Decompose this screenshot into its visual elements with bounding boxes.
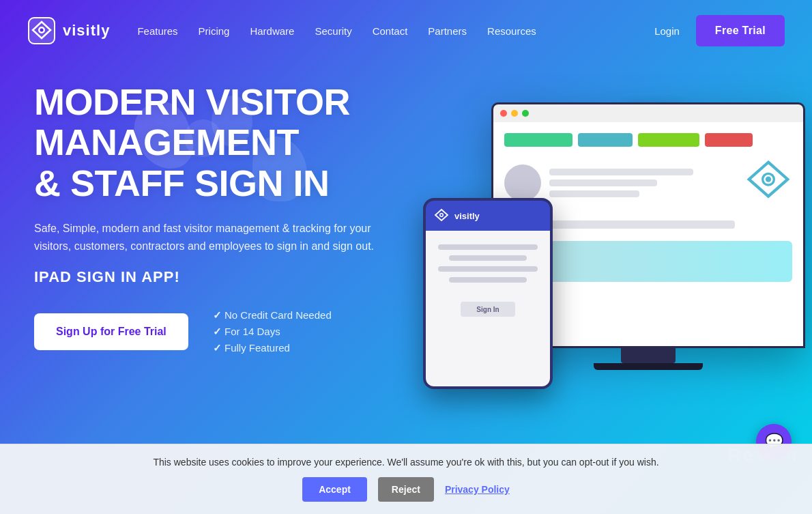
free-trial-button[interactable]: Free Trial bbox=[696, 15, 785, 46]
tablet-signin-label: Sign In bbox=[476, 306, 499, 313]
monitor-bar-teal bbox=[578, 133, 633, 147]
checklist: ✓ No Credit Card Needed ✓ For 14 Days ✓ … bbox=[213, 309, 332, 354]
monitor-bar-lime bbox=[638, 133, 699, 147]
checklist-item-2: ✓ For 14 Days bbox=[213, 326, 332, 338]
cookie-text: This website uses cookies to improve you… bbox=[153, 457, 658, 468]
tablet-logo-text: visitly bbox=[454, 211, 480, 221]
nav-features[interactable]: Features bbox=[137, 25, 177, 37]
tablet-line-1 bbox=[438, 244, 538, 250]
privacy-policy-link[interactable]: Privacy Policy bbox=[445, 484, 510, 495]
check-icon-3: ✓ bbox=[213, 342, 224, 354]
monitor-line-1 bbox=[549, 169, 693, 175]
titlebar-dot-red bbox=[500, 110, 507, 117]
tablet-mockup: visitly Sign In bbox=[423, 198, 553, 389]
signup-button[interactable]: Sign Up for Free Trial bbox=[34, 313, 188, 350]
tablet-line-3 bbox=[438, 266, 538, 272]
nav-hardware[interactable]: Hardware bbox=[250, 25, 294, 37]
hero-section: visitly Features Pricing Hardware Securi… bbox=[0, 0, 812, 514]
login-link[interactable]: Login bbox=[654, 25, 680, 37]
cookie-accept-button[interactable]: Accept bbox=[302, 477, 367, 502]
nav-pricing[interactable]: Pricing bbox=[199, 25, 230, 37]
hero-title-line2: & STAFF SIGN IN bbox=[34, 162, 330, 203]
checklist-text-2: For 14 Days bbox=[224, 326, 280, 337]
monitor-visitly-logo bbox=[744, 158, 792, 208]
nav-partners[interactable]: Partners bbox=[428, 25, 467, 37]
nav-contact[interactable]: Contact bbox=[373, 25, 408, 37]
hero-ipad-label: IPAD SIGN IN APP! bbox=[34, 268, 464, 286]
cookie-reject-button[interactable]: Reject bbox=[378, 477, 434, 502]
check-icon-2: ✓ bbox=[213, 326, 224, 337]
hero-content: MODERN VISITOR MANAGEMENT & STAFF SIGN I… bbox=[34, 82, 464, 354]
svg-point-9 bbox=[441, 214, 443, 216]
checklist-text-1: No Credit Card Needed bbox=[224, 309, 332, 321]
navbar: visitly Features Pricing Hardware Securi… bbox=[0, 0, 812, 61]
svg-point-6 bbox=[766, 177, 771, 182]
check-icon-1: ✓ bbox=[213, 309, 224, 321]
device-mockup-area: visitly Sign In bbox=[409, 61, 812, 471]
nav-security[interactable]: Security bbox=[315, 25, 351, 37]
hero-description: Safe, Simple, modern and fast visitor ma… bbox=[34, 220, 389, 255]
checklist-text-3: Fully Featured bbox=[224, 342, 290, 354]
titlebar-dot-yellow bbox=[511, 110, 518, 117]
monitor-line-3 bbox=[549, 190, 639, 197]
tablet-logo-icon bbox=[434, 208, 449, 223]
logo[interactable]: visitly bbox=[27, 16, 110, 45]
monitor-toolbar-row bbox=[504, 133, 792, 147]
checklist-item-1: ✓ No Credit Card Needed bbox=[213, 309, 332, 322]
cookie-actions: Accept Reject Privacy Policy bbox=[302, 477, 510, 502]
tablet-frame: visitly Sign In bbox=[423, 198, 553, 389]
logo-text: visitly bbox=[63, 22, 110, 40]
checklist-item-3: ✓ Fully Featured bbox=[213, 342, 332, 354]
hero-cta-row: Sign Up for Free Trial ✓ No Credit Card … bbox=[34, 309, 464, 354]
monitor-titlebar bbox=[493, 104, 803, 122]
monitor-avatar bbox=[504, 165, 541, 201]
nav-right: Login Free Trial bbox=[654, 15, 785, 46]
tablet-header: visitly bbox=[426, 201, 550, 231]
monitor-base bbox=[594, 363, 703, 370]
monitor-text-lines bbox=[549, 169, 729, 197]
tablet-line-4 bbox=[449, 277, 526, 283]
monitor-line-2 bbox=[549, 180, 657, 186]
nav-links: Features Pricing Hardware Security Conta… bbox=[137, 25, 654, 37]
logo-icon bbox=[27, 16, 56, 45]
titlebar-dot-green bbox=[522, 110, 529, 117]
tablet-body: Sign In bbox=[426, 231, 550, 386]
hero-title-line1: MODERN VISITOR MANAGEMENT bbox=[34, 81, 350, 162]
cookie-banner: This website uses cookies to improve you… bbox=[0, 444, 812, 514]
monitor-bar-green bbox=[504, 133, 572, 147]
svg-point-3 bbox=[40, 29, 44, 32]
hero-title: MODERN VISITOR MANAGEMENT & STAFF SIGN I… bbox=[34, 82, 464, 203]
monitor-bar-red bbox=[705, 133, 753, 147]
tablet-line-2 bbox=[449, 255, 526, 261]
nav-resources[interactable]: Resources bbox=[487, 25, 536, 37]
monitor-stand bbox=[621, 348, 676, 363]
tablet-signin-btn[interactable]: Sign In bbox=[461, 302, 515, 317]
